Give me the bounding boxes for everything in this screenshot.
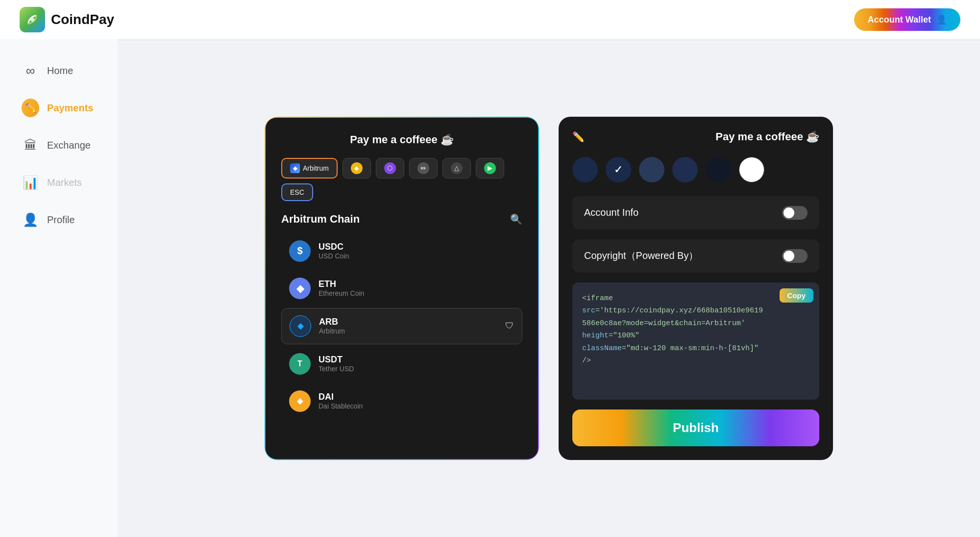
eth-symbol: ETH — [318, 279, 514, 289]
account-info-label: Account Info — [584, 207, 638, 218]
arb-icon: ◆ — [290, 315, 311, 337]
swatch-selected[interactable]: ✓ — [606, 157, 631, 182]
sidebar-home-label: Home — [47, 65, 73, 77]
chain-tab-swap[interactable]: ⇔ — [409, 158, 438, 179]
token-item-usdt[interactable]: T USDT Tether USD — [281, 346, 522, 382]
main-layout: ∞ Home ✏️ Payments 🏛 Exchange 📊 Markets … — [0, 39, 980, 537]
sidebar-item-markets[interactable]: 📊 Markets — [6, 166, 112, 199]
exchange-icon: 🏛 — [22, 136, 39, 154]
chain-tab-polygon[interactable]: ⬡ — [376, 158, 404, 179]
bnb-tab-icon: ◆ — [351, 162, 363, 174]
arbitrum-tab-icon: ◆ — [290, 163, 300, 173]
chain-tabs: ◆ Arbitrum ◆ ⬡ ⇔ △ ▶ E — [281, 158, 522, 201]
left-panel-title: Pay me a coffeee ☕ — [281, 133, 522, 146]
chain-title: Arbitrum Chain — [281, 213, 360, 226]
sidebar-item-exchange[interactable]: 🏛 Exchange — [6, 128, 112, 162]
swatch-navy[interactable] — [706, 157, 731, 182]
token-item-usdc[interactable]: $ USDC USD Coin — [281, 233, 522, 269]
chain-tab-green[interactable]: ▶ — [476, 158, 504, 179]
selected-check-icon: 🛡 — [505, 321, 514, 331]
dai-name: Dai Stablecoin — [318, 402, 514, 410]
account-info-toggle-row: Account Info — [572, 196, 819, 230]
dai-symbol: DAI — [318, 392, 514, 402]
triangle-tab-icon: △ — [451, 162, 463, 174]
dai-icon: ◈ — [289, 390, 311, 412]
code-text: <iframe src='https://coindpay.xyz/668ba1… — [582, 292, 809, 367]
publish-button[interactable]: Publish — [572, 409, 819, 446]
green-tab-icon: ▶ — [484, 162, 496, 174]
usdc-name: USD Coin — [318, 252, 514, 260]
sidebar-item-payments[interactable]: ✏️ Payments — [6, 91, 112, 125]
left-pay-panel: Pay me a coffeee ☕ ◆ Arbitrum ◆ ⬡ ⇔ △ — [265, 117, 539, 460]
payments-icon: ✏️ — [22, 99, 39, 117]
swatch-dark-blue[interactable] — [572, 157, 598, 182]
usdc-icon: $ — [289, 240, 311, 262]
usdt-info: USDT Tether USD — [318, 355, 514, 373]
chain-tab-triangle[interactable]: △ — [442, 158, 471, 179]
chain-tab-bnb[interactable]: ◆ — [343, 158, 371, 179]
copyright-toggle-row: Copyright（Powered By） — [572, 239, 819, 273]
chain-tab-esc[interactable]: ESC — [281, 183, 313, 201]
usdt-name: Tether USD — [318, 365, 514, 373]
token-item-arb[interactable]: ◆ ARB Arbitrum 🛡 — [281, 308, 522, 344]
swatch-white[interactable] — [739, 157, 764, 182]
esc-tab-label: ESC — [290, 188, 304, 196]
arb-name: Arbitrum — [319, 327, 497, 335]
profile-icon: 👤 — [22, 211, 39, 229]
arb-info: ARB Arbitrum — [319, 317, 497, 335]
sidebar-item-home[interactable]: ∞ Home — [6, 54, 112, 87]
color-swatches: ✓ — [572, 153, 819, 186]
right-panel-title: Pay me a coffeee ☕ — [592, 130, 819, 143]
usdt-symbol: USDT — [318, 355, 514, 365]
account-wallet-label: Account Wallet — [868, 15, 931, 25]
user-icon: 👤 — [936, 14, 947, 25]
copyright-toggle[interactable] — [782, 249, 808, 263]
infinity-icon: ∞ — [22, 62, 39, 79]
copy-button[interactable]: Copy — [780, 288, 814, 303]
chain-header: Arbitrum Chain 🔍 — [281, 213, 522, 226]
swap-tab-icon: ⇔ — [417, 162, 429, 174]
swatch-mid[interactable] — [639, 157, 664, 182]
edit-icon[interactable]: ✏️ — [572, 131, 585, 143]
sidebar-item-profile[interactable]: 👤 Profile — [6, 203, 112, 236]
arb-symbol: ARB — [319, 317, 497, 327]
sidebar-exchange-label: Exchange — [47, 140, 91, 151]
svg-point-0 — [30, 18, 34, 22]
swatch-check-icon: ✓ — [614, 163, 623, 176]
header: CoindPay Account Wallet 👤 — [0, 0, 980, 39]
arbitrum-tab-label: Arbitrum — [303, 164, 329, 172]
swatch-light[interactable] — [672, 157, 698, 182]
eth-name: Ethereum Coin — [318, 289, 514, 297]
usdc-info: USDC USD Coin — [318, 242, 514, 260]
sidebar: ∞ Home ✏️ Payments 🏛 Exchange 📊 Markets … — [0, 39, 118, 537]
search-icon[interactable]: 🔍 — [510, 213, 522, 225]
eth-info: ETH Ethereum Coin — [318, 279, 514, 297]
account-info-toggle[interactable] — [782, 206, 808, 220]
account-wallet-button[interactable]: Account Wallet 👤 — [854, 8, 960, 31]
chain-tab-arbitrum[interactable]: ◆ Arbitrum — [281, 158, 338, 179]
sidebar-payments-label: Payments — [47, 102, 94, 114]
markets-icon: 📊 — [22, 174, 39, 191]
right-pay-panel: ✏️ Pay me a coffeee ☕ ✓ Account Info — [559, 117, 833, 460]
main-content: Pay me a coffeee ☕ ◆ Arbitrum ◆ ⬡ ⇔ △ — [118, 39, 980, 537]
polygon-tab-icon: ⬡ — [384, 162, 396, 174]
token-item-dai[interactable]: ◈ DAI Dai Stablecoin — [281, 384, 522, 419]
token-list: $ USDC USD Coin ◆ ETH Ethereum Coin ◆ — [281, 233, 522, 419]
dai-info: DAI Dai Stablecoin — [318, 392, 514, 410]
token-item-eth[interactable]: ◆ ETH Ethereum Coin — [281, 271, 522, 306]
usdt-icon: T — [289, 353, 311, 375]
logo-icon — [20, 7, 45, 32]
logo-area: CoindPay — [20, 7, 114, 32]
sidebar-markets-label: Markets — [47, 177, 82, 188]
logo-text: CoindPay — [51, 12, 114, 27]
copyright-label: Copyright（Powered By） — [584, 249, 698, 262]
usdc-symbol: USDC — [318, 242, 514, 252]
right-panel-header: ✏️ Pay me a coffeee ☕ — [572, 130, 819, 143]
code-block-wrapper: Copy <iframe src='https://coindpay.xyz/6… — [572, 282, 819, 400]
sidebar-profile-label: Profile — [47, 214, 75, 226]
eth-icon: ◆ — [289, 278, 311, 299]
